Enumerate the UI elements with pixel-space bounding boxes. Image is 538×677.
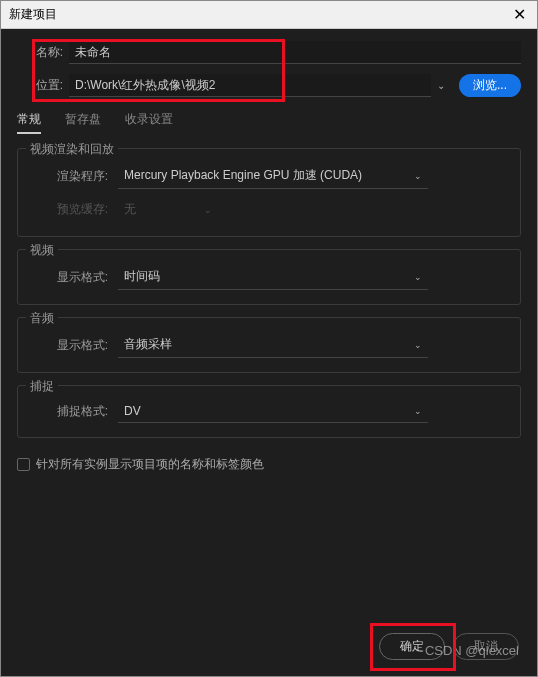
preview-cache-label: 预览缓存: bbox=[30, 201, 118, 218]
tabs: 常规 暂存盘 收录设置 bbox=[17, 107, 521, 134]
dialog-title: 新建项目 bbox=[9, 6, 57, 23]
section-video-rendering: 视频渲染和回放 渲染程序: Mercury Playback Engine GP… bbox=[17, 148, 521, 237]
close-icon[interactable]: ✕ bbox=[509, 5, 529, 24]
display-names-checkbox[interactable] bbox=[17, 458, 30, 471]
section-video: 视频 显示格式: 时间码 ⌄ bbox=[17, 249, 521, 305]
renderer-select[interactable]: Mercury Playback Engine GPU 加速 (CUDA) ⌄ bbox=[118, 163, 428, 189]
location-input[interactable] bbox=[69, 74, 431, 97]
cancel-button[interactable]: 取消 bbox=[453, 633, 519, 660]
chevron-down-icon: ⌄ bbox=[414, 171, 422, 181]
preview-cache-value: 无 bbox=[124, 201, 136, 218]
section-title-video: 视频 bbox=[26, 242, 58, 259]
browse-button[interactable]: 浏览... bbox=[459, 74, 521, 97]
capture-format-select[interactable]: DV ⌄ bbox=[118, 400, 428, 423]
video-format-row: 显示格式: 时间码 ⌄ bbox=[30, 264, 508, 290]
dialog-content: 名称: 位置: ⌄ 浏览... 常规 暂存盘 收录设置 视频渲染和回放 渲染程序… bbox=[1, 29, 537, 676]
video-format-value: 时间码 bbox=[124, 268, 160, 285]
chevron-down-icon: ⌄ bbox=[414, 272, 422, 282]
preview-cache-row: 预览缓存: 无 ⌄ bbox=[30, 197, 508, 222]
section-title-capture: 捕捉 bbox=[26, 378, 58, 395]
capture-format-label: 捕捉格式: bbox=[30, 403, 118, 420]
tab-ingest-settings[interactable]: 收录设置 bbox=[125, 107, 173, 134]
chevron-down-icon: ⌄ bbox=[204, 205, 212, 215]
audio-format-label: 显示格式: bbox=[30, 337, 118, 354]
capture-format-row: 捕捉格式: DV ⌄ bbox=[30, 400, 508, 423]
chevron-down-icon: ⌄ bbox=[414, 406, 422, 416]
video-format-label: 显示格式: bbox=[30, 269, 118, 286]
location-row: 位置: ⌄ 浏览... bbox=[17, 74, 521, 97]
tab-general[interactable]: 常规 bbox=[17, 107, 41, 134]
renderer-row: 渲染程序: Mercury Playback Engine GPU 加速 (CU… bbox=[30, 163, 508, 189]
section-capture: 捕捉 捕捉格式: DV ⌄ bbox=[17, 385, 521, 438]
chevron-down-icon[interactable]: ⌄ bbox=[431, 80, 451, 91]
location-label: 位置: bbox=[17, 77, 69, 94]
dialog-footer: 确定 取消 bbox=[379, 633, 519, 660]
name-input[interactable] bbox=[69, 41, 521, 64]
name-row: 名称: bbox=[17, 41, 521, 64]
renderer-value: Mercury Playback Engine GPU 加速 (CUDA) bbox=[124, 167, 362, 184]
audio-format-row: 显示格式: 音频采样 ⌄ bbox=[30, 332, 508, 358]
name-label: 名称: bbox=[17, 44, 69, 61]
tab-scratch-disks[interactable]: 暂存盘 bbox=[65, 107, 101, 134]
titlebar: 新建项目 ✕ bbox=[1, 1, 537, 29]
preview-cache-select: 无 ⌄ bbox=[118, 197, 218, 222]
video-format-select[interactable]: 时间码 ⌄ bbox=[118, 264, 428, 290]
new-project-dialog: 新建项目 ✕ 名称: 位置: ⌄ 浏览... 常规 暂存盘 收录设置 视频渲染和… bbox=[0, 0, 538, 677]
renderer-label: 渲染程序: bbox=[30, 168, 118, 185]
section-title-audio: 音频 bbox=[26, 310, 58, 327]
audio-format-select[interactable]: 音频采样 ⌄ bbox=[118, 332, 428, 358]
display-names-row: 针对所有实例显示项目项的名称和标签颜色 bbox=[17, 456, 521, 473]
chevron-down-icon: ⌄ bbox=[414, 340, 422, 350]
ok-button[interactable]: 确定 bbox=[379, 633, 445, 660]
section-audio: 音频 显示格式: 音频采样 ⌄ bbox=[17, 317, 521, 373]
display-names-label: 针对所有实例显示项目项的名称和标签颜色 bbox=[36, 456, 264, 473]
audio-format-value: 音频采样 bbox=[124, 336, 172, 353]
capture-format-value: DV bbox=[124, 404, 141, 418]
section-title-video-rendering: 视频渲染和回放 bbox=[26, 141, 118, 158]
